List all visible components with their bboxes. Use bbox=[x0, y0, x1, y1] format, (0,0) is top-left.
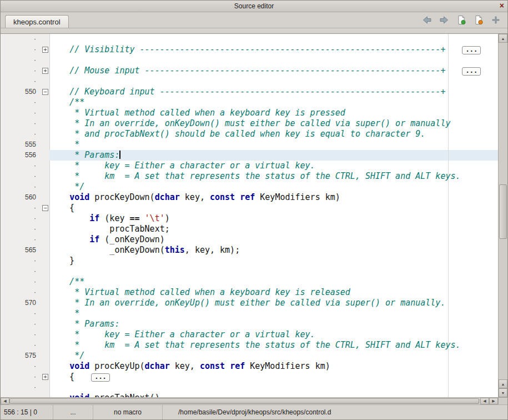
scroll-right-icon[interactable]: ▶ bbox=[489, 398, 498, 404]
line-number: · bbox=[1, 361, 38, 372]
line-number: · bbox=[1, 308, 38, 319]
line-text: */ bbox=[49, 182, 498, 192]
code-line[interactable]: ·− { bbox=[1, 203, 498, 213]
tab-label: kheops.control bbox=[13, 18, 61, 26]
code-line[interactable]: 555 * bbox=[1, 139, 498, 150]
scroll-down-icon[interactable]: ▼ bbox=[499, 388, 507, 397]
code-line[interactable]: · bbox=[1, 266, 498, 277]
line-text: * key = Either a character or a virtual … bbox=[49, 329, 498, 340]
code-line[interactable]: 575 */ bbox=[1, 351, 498, 361]
code-line[interactable]: · * Virtual method called when a keyboar… bbox=[1, 108, 498, 118]
titlebar[interactable]: Source editor × bbox=[1, 1, 507, 12]
line-number: · bbox=[1, 118, 38, 129]
source-editor-window: Source editor × kheops.control bbox=[0, 0, 508, 420]
code-line[interactable]: · * key = Either a character or a virtua… bbox=[1, 329, 498, 340]
fold-ellipsis[interactable]: ... bbox=[462, 67, 481, 76]
code-line[interactable]: ·+ // Visibility -----------------------… bbox=[1, 44, 498, 55]
nav-forward-icon[interactable] bbox=[438, 14, 450, 26]
fold-column bbox=[38, 182, 49, 192]
code-line[interactable]: 550− // Keyboard input -----------------… bbox=[1, 87, 498, 97]
line-number: 555 bbox=[1, 139, 38, 150]
code-line[interactable]: · bbox=[1, 55, 498, 66]
code-line[interactable]: · * km = A set that represents the statu… bbox=[1, 340, 498, 351]
code-line[interactable]: · procTabNext; bbox=[1, 224, 498, 234]
line-number: · bbox=[1, 319, 38, 329]
fold-column bbox=[38, 245, 49, 256]
document-orange-icon[interactable] bbox=[472, 14, 485, 26]
code-line[interactable]: 565 _onKeyDown(this, key, km); bbox=[1, 245, 498, 256]
code-line[interactable]: · if (key == '\t') bbox=[1, 213, 498, 224]
fold-expanded-icon[interactable]: − bbox=[42, 89, 48, 95]
code-line[interactable]: 570 * In an override, onKeyUp() must eit… bbox=[1, 298, 498, 308]
fold-column bbox=[38, 256, 49, 266]
code-line[interactable]: · * Params: bbox=[1, 319, 498, 329]
file-path: /home/basile/Dev/dproj/kheops/src/kheops… bbox=[178, 408, 331, 416]
fold-collapsed-icon[interactable]: + bbox=[42, 374, 48, 380]
line-text: // Mouse input -------------------------… bbox=[49, 66, 498, 76]
code-line[interactable]: · * Virtual method called when a keyboar… bbox=[1, 287, 498, 298]
scroll-left-icon[interactable]: ◀ bbox=[1, 398, 9, 404]
fold-column bbox=[38, 382, 49, 393]
code-line[interactable]: · * bbox=[1, 308, 498, 319]
line-text bbox=[49, 76, 498, 87]
code-line[interactable]: · /** bbox=[1, 97, 498, 108]
scroll-up-icon[interactable]: ▲ bbox=[499, 34, 507, 43]
line-number: · bbox=[1, 372, 38, 382]
line-text: * key = Either a character or a virtual … bbox=[49, 161, 498, 171]
fold-ellipsis[interactable]: ... bbox=[91, 373, 110, 382]
code-line[interactable]: ·+ // Mouse input ----------------------… bbox=[1, 66, 498, 76]
fold-expanded-icon[interactable]: − bbox=[42, 205, 48, 211]
code-line[interactable]: · bbox=[1, 76, 498, 87]
vertical-scrollbar[interactable]: ▲ ▲ ▼ bbox=[498, 34, 507, 397]
close-icon[interactable]: × bbox=[500, 1, 504, 10]
document-green-icon[interactable] bbox=[455, 14, 467, 26]
horizontal-scrollbar[interactable]: ◀ ◀ ▶ bbox=[1, 397, 498, 404]
code-line[interactable]: · * key = Either a character or a virtua… bbox=[1, 161, 498, 171]
code-line[interactable]: 560 void procKeyDown(dchar key, const re… bbox=[1, 192, 498, 203]
nav-back-icon[interactable] bbox=[421, 14, 433, 26]
vertical-scroll-thumb[interactable] bbox=[499, 184, 507, 239]
line-number: · bbox=[1, 340, 38, 351]
line-number: 550 bbox=[1, 87, 38, 97]
code-line[interactable]: ·+ {... bbox=[1, 372, 498, 382]
fold-column bbox=[38, 298, 49, 308]
line-text bbox=[49, 382, 498, 393]
fold-column bbox=[38, 277, 49, 287]
code-line[interactable]: 556 * Params: bbox=[1, 150, 498, 161]
code-line[interactable]: · * In an override, onKeyDown() must eit… bbox=[1, 118, 498, 129]
scroll-up-secondary-icon[interactable]: ▲ bbox=[499, 379, 507, 388]
code-line[interactable]: · if (_onKeyDown) bbox=[1, 234, 498, 245]
detach-icon[interactable] bbox=[490, 14, 502, 26]
fold-collapsed-icon[interactable]: + bbox=[42, 47, 48, 53]
code-line[interactable]: · void procTabNext() bbox=[1, 393, 498, 397]
code-line[interactable]: · void procKeyUp(dchar key, const ref Ke… bbox=[1, 361, 498, 372]
code-line[interactable]: · bbox=[1, 382, 498, 393]
scroll-left-secondary-icon[interactable]: ◀ bbox=[480, 398, 489, 404]
code-line[interactable]: · * and procTabNext() should be called w… bbox=[1, 129, 498, 139]
line-text: * In an override, onKeyDown() must eithe… bbox=[49, 118, 498, 129]
code-line[interactable]: · bbox=[1, 34, 498, 44]
horizontal-scroll-track[interactable] bbox=[9, 398, 480, 404]
fold-column bbox=[38, 266, 49, 277]
fold-column bbox=[38, 139, 49, 150]
code-line[interactable]: · } bbox=[1, 256, 498, 266]
caret-position-panel: 556 : 15 | 0 bbox=[1, 405, 53, 419]
code-line[interactable]: · * km = A set that represents the statu… bbox=[1, 171, 498, 182]
fold-collapsed-icon[interactable]: + bbox=[42, 68, 48, 74]
code-line[interactable]: · */ bbox=[1, 182, 498, 192]
fold-column bbox=[38, 213, 49, 224]
text-caret bbox=[119, 151, 120, 159]
line-text: { bbox=[49, 203, 498, 213]
line-number: · bbox=[1, 382, 38, 393]
tab-kheops-control[interactable]: kheops.control bbox=[5, 15, 69, 28]
line-text: {... bbox=[49, 372, 498, 382]
code-lines: ··+ // Visibility ----------------------… bbox=[1, 34, 498, 397]
code-editor[interactable]: ··+ // Visibility ----------------------… bbox=[1, 34, 498, 397]
vertical-scroll-track[interactable] bbox=[499, 43, 507, 379]
line-text: procTabNext; bbox=[49, 224, 498, 234]
code-line[interactable]: · /** bbox=[1, 277, 498, 287]
line-number: · bbox=[1, 108, 38, 118]
fold-ellipsis[interactable]: ... bbox=[462, 46, 481, 54]
line-text bbox=[49, 55, 498, 66]
horizontal-scroll-thumb[interactable] bbox=[9, 398, 479, 404]
